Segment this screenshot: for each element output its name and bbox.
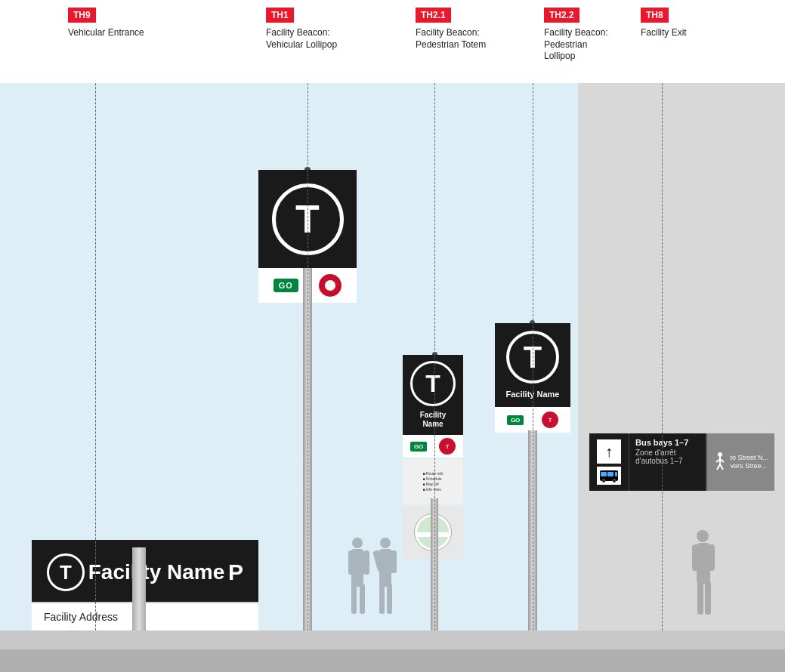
th22-ttc-badge: T bbox=[542, 412, 558, 428]
th22-label: TH2.2 Facility Beacon:PedestrianLollipop bbox=[544, 8, 608, 63]
th21-ttc-badge: T bbox=[439, 438, 456, 455]
svg-point-4 bbox=[602, 479, 605, 482]
th9-t-icon: T bbox=[47, 553, 85, 591]
th21-facility-name: Facility Name bbox=[409, 411, 457, 429]
th8-badge: TH8 bbox=[641, 8, 669, 23]
th21-info-text: ■ Route info■ Schedule■ Map ref■ Info li… bbox=[421, 470, 444, 494]
th22-label-text: Facility Beacon:PedestrianLollipop bbox=[544, 27, 608, 63]
th21-label-text: Facility Beacon: Pedestrian Totem bbox=[416, 27, 486, 51]
th21-badge: TH2.1 bbox=[416, 8, 451, 23]
svg-rect-26 bbox=[692, 544, 699, 571]
th8-middle-section: Bus bays 1–7 Zone d'arrêt d'autobus 1–7 bbox=[629, 433, 706, 491]
top-labels-area: TH9 Vehicular Entrance TH1 Facility Beac… bbox=[0, 0, 785, 83]
th8-bus-bays-en: Bus bays 1–7 bbox=[635, 438, 700, 447]
dashed-line-th8 bbox=[662, 11, 663, 630]
dashed-line-th1 bbox=[308, 11, 308, 630]
th21-sign-top: T Facility Name bbox=[403, 355, 463, 435]
th8-pedestrian-icon bbox=[713, 452, 727, 473]
th8-arrow-icon: ↑ bbox=[597, 439, 621, 464]
svg-rect-23 bbox=[387, 584, 392, 614]
th8-sign: ↑ Bus bays 1–7 Zone d'arrêt d'autobus 1–… bbox=[589, 433, 774, 491]
th8-bus-icon bbox=[597, 467, 621, 485]
svg-rect-1 bbox=[601, 472, 607, 476]
dashed-line-th9 bbox=[95, 11, 96, 630]
th1-label-text: Facility Beacon: Vehicular Lollipop bbox=[266, 27, 337, 51]
th9-badge: TH9 bbox=[68, 8, 96, 23]
th1-label: TH1 Facility Beacon: Vehicular Lollipop bbox=[266, 8, 337, 51]
th9-label: TH9 Vehicular Entrance bbox=[68, 8, 144, 39]
th22-badge: TH2.2 bbox=[544, 8, 579, 23]
th8-left-section: ↑ bbox=[589, 433, 629, 491]
svg-rect-28 bbox=[697, 581, 703, 615]
svg-rect-2 bbox=[607, 472, 613, 476]
svg-point-6 bbox=[718, 452, 722, 457]
svg-rect-16 bbox=[351, 584, 357, 614]
th8-street-text: to Street N... vers Stree... bbox=[730, 454, 768, 470]
th21-sign-mid: GO T bbox=[403, 435, 463, 458]
th21-label: TH2.1 Facility Beacon: Pedestrian Totem bbox=[416, 8, 486, 51]
ground-base bbox=[0, 649, 785, 672]
th8-bus-bays-fr: Zone d'arrêt d'autobus 1–7 bbox=[635, 449, 700, 465]
svg-rect-3 bbox=[615, 472, 617, 476]
silhouette-person-2 bbox=[370, 537, 400, 630]
svg-rect-17 bbox=[360, 584, 365, 614]
th21-t-icon: T bbox=[410, 361, 456, 406]
svg-line-11 bbox=[720, 464, 723, 470]
th21-go-badge: GO bbox=[410, 442, 427, 452]
th21-info-panel: ■ Route info■ Schedule■ Map ref■ Info li… bbox=[403, 459, 463, 504]
silhouette-person-3 bbox=[688, 529, 718, 630]
th1-ttc-inner bbox=[325, 280, 335, 291]
svg-rect-27 bbox=[708, 544, 715, 571]
silhouette-person-1 bbox=[344, 537, 374, 630]
th1-ttc-badge bbox=[319, 274, 342, 297]
svg-point-5 bbox=[613, 479, 616, 482]
svg-rect-29 bbox=[705, 581, 711, 615]
ground-surface bbox=[0, 630, 785, 649]
th9-facility-name: Facility Name bbox=[85, 560, 228, 584]
svg-rect-15 bbox=[363, 550, 369, 575]
th1-go-badge: GO bbox=[274, 279, 298, 292]
th22-go-badge: GO bbox=[507, 415, 524, 425]
svg-rect-21 bbox=[390, 550, 397, 573]
svg-point-18 bbox=[380, 538, 391, 548]
svg-rect-22 bbox=[379, 584, 385, 614]
th9-p-label: P bbox=[228, 559, 243, 585]
dashed-line-th22 bbox=[533, 11, 533, 630]
dashed-line-th21 bbox=[434, 11, 435, 630]
svg-point-24 bbox=[697, 530, 709, 542]
svg-point-12 bbox=[352, 538, 363, 548]
background-gray bbox=[578, 83, 785, 634]
svg-rect-14 bbox=[348, 550, 354, 575]
th9-facility-address: Facility Address bbox=[44, 611, 118, 623]
th9-pole bbox=[132, 547, 146, 630]
th9-label-text: Vehicular Entrance bbox=[68, 27, 144, 39]
th1-badge: TH1 bbox=[266, 8, 294, 23]
svg-line-10 bbox=[717, 464, 720, 470]
th8-right-section: to Street N... vers Stree... bbox=[706, 433, 774, 491]
th1-ttc-circle bbox=[319, 274, 342, 297]
th8-label: TH8 Facility Exit bbox=[641, 8, 687, 39]
th8-label-text: Facility Exit bbox=[641, 27, 687, 39]
